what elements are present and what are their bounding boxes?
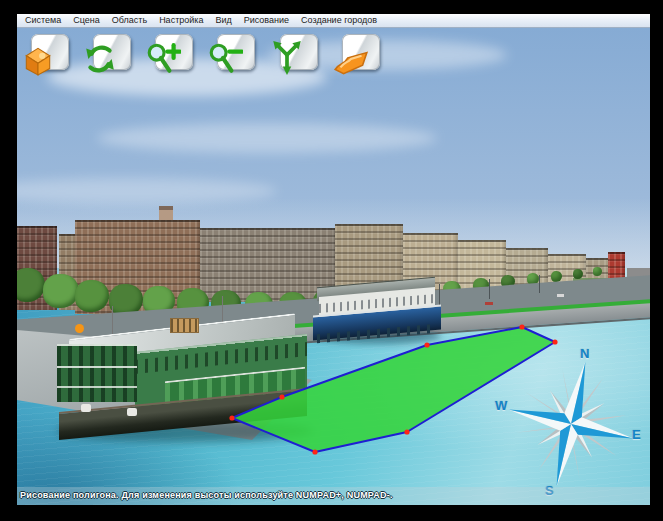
menu-area[interactable]: Область [106,14,153,27]
pan-move-button[interactable] [270,34,320,76]
polygon-vertex[interactable] [229,415,234,420]
compass-cardinal-points [494,347,648,501]
menu-city-creation[interactable]: Создание городов [295,14,383,27]
menu-view[interactable]: Вид [209,14,237,27]
compass-rose [486,339,650,505]
rotate-scene-icon [83,42,117,76]
pan-move-icon [270,40,304,76]
compass-north-label: N [580,346,589,361]
polygon-vertex[interactable] [424,342,429,347]
terrain-sheet-button[interactable] [332,34,382,76]
menu-drawing[interactable]: Рисование [238,14,295,27]
orange-box-icon [21,42,55,76]
zoom-out-icon [207,42,243,76]
menu-scene[interactable]: Сцена [67,14,106,27]
compass-east-label: E [632,427,641,442]
orange-box-button[interactable] [21,34,71,76]
polygon-vertex[interactable] [279,394,284,399]
status-text: Рисование полигона. Для изменения высоты… [20,490,393,500]
app-window: Система Сцена Область Настройка Вид Рисо… [17,14,650,505]
polygon-vertex[interactable] [312,449,317,454]
rotate-scene-button[interactable] [83,34,133,76]
screen: { "menu": { "items": ["Система","Сцена",… [0,0,663,521]
zoom-in-button[interactable] [145,34,195,76]
zoom-out-button[interactable] [207,34,257,76]
menu-bar: Система Сцена Область Настройка Вид Рисо… [17,14,650,28]
polygon-vertex[interactable] [404,429,409,434]
zoom-in-icon [145,42,181,76]
terrain-sheet-icon [332,46,370,76]
scene-viewport[interactable]: N W E S Рисование полигона. Для изменени… [17,28,650,505]
compass-west-label: W [495,398,507,413]
polygon-vertex[interactable] [519,324,524,329]
menu-settings[interactable]: Настройка [153,14,209,27]
status-bar: Рисование полигона. Для изменения высоты… [17,487,650,505]
menu-system[interactable]: Система [19,14,67,27]
